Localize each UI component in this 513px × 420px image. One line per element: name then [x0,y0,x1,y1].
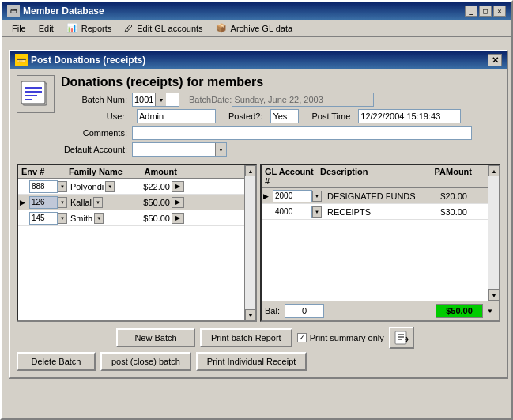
family-cell-3: Smith ▼ [69,213,128,224]
env-cell-1: ▼ [29,180,69,193]
gl-dropdown-1[interactable]: ▼ [312,191,322,202]
button-row-2: Delete Batch post (close) batch Print In… [17,352,500,371]
batch-num-select[interactable]: 1001 ▼ [132,93,179,107]
post-close-batch-button[interactable]: post (close) batch [100,352,191,371]
svg-rect-1 [21,81,45,104]
minimize-button[interactable]: _ [465,6,477,17]
right-scroll-down[interactable]: ▼ [488,289,499,301]
desc-cell-1: DESIGNATED FUNDS [324,191,427,201]
right-scroll-track[interactable] [488,176,499,289]
menu-bar: File Edit 📊 Reports 🖊 Edit GL accounts 📦… [2,20,511,37]
dialog-title-text: Post Donations (receipts) [31,55,145,66]
close-button[interactable]: ✕ [493,6,506,17]
print-batch-report-button[interactable]: Print batch Report [200,328,292,347]
env-input-1[interactable] [29,180,58,193]
balance-row: Bal: $50.00 ▼ [262,301,499,320]
print-individual-receipt-button[interactable]: Print Individual Receipt [196,352,307,371]
delete-batch-button[interactable]: Delete Batch [17,352,96,371]
env-dropdown-2[interactable]: ▼ [58,197,67,208]
right-table-content: GL Account # Description PAMount ▶ ▼ [262,165,488,301]
col-amount-header: Amount [129,167,180,176]
header-icon [17,75,55,113]
export-icon-btn[interactable] [389,327,414,349]
print-summary-label: Print summary only [310,333,384,342]
col-family-header: Family Name [66,167,129,176]
batch-date-field [232,93,374,107]
maximize-button[interactable]: □ [479,6,492,17]
row-pointer-selected: ▶ [18,199,29,206]
right-table-row[interactable]: ▼ RECEIPTS $30.00 [262,204,488,220]
new-batch-button[interactable]: New Batch [116,328,195,347]
balance-dropdown[interactable]: ▼ [485,308,496,315]
right-scroll-up[interactable]: ▲ [488,165,499,176]
batch-num-row: Batch Num: 1001 ▼ BatchDate: [61,93,500,107]
family-cell-2: Kallal ▼ [69,197,128,208]
row-btn-2[interactable]: ▶ [172,197,184,208]
left-scrollbar[interactable]: ▲ ▼ [244,165,255,320]
right-panel: GL Account # Description PAMount ▶ ▼ [260,164,500,322]
scroll-track[interactable] [245,176,255,309]
gl-dropdown-2[interactable]: ▼ [312,206,322,218]
menu-edit-gl[interactable]: 🖊 Edit GL accounts [118,22,209,35]
col-env-header: Env # [18,167,66,176]
env-cell-3: ▼ [29,212,69,225]
comments-label: Comments: [61,128,132,138]
reports-icon: 📊 [66,23,77,33]
row-btn-3[interactable]: ▶ [172,213,184,224]
family-dropdown-3[interactable]: ▼ [94,213,104,224]
family-name-3: Smith [70,214,92,223]
app-icon: 🗃 [7,5,20,17]
batch-num-label: Batch Num: [61,95,132,104]
print-summary-checkbox[interactable]: ✓ [297,333,307,342]
right-table-header: GL Account # Description PAMount [262,165,488,188]
dialog-close-button[interactable]: ✕ [488,54,502,66]
right-table-container: GL Account # Description PAMount ▶ ▼ [262,165,499,301]
env-dropdown-3[interactable]: ▼ [58,213,67,224]
archive-gl-icon: 📦 [216,23,227,33]
scroll-up[interactable]: ▲ [245,165,256,176]
right-table-row[interactable]: ▶ ▼ DESIGNATED FUNDS $20.00 [262,188,488,204]
gl-input-2[interactable] [273,206,312,218]
pamount-cell-2: $30.00 [427,207,470,217]
row-btn-1[interactable]: ▶ [172,181,184,192]
scroll-down[interactable]: ▼ [245,309,256,320]
default-account-arrow[interactable]: ▼ [215,143,226,156]
env-dropdown-1[interactable]: ▼ [58,181,67,192]
post-donations-dialog: 💳 Post Donations (receipts) ✕ [9,50,508,379]
user-label: User: [61,112,132,121]
dialog-icon: 💳 [15,54,28,66]
gl-cell-2: ▼ [273,206,324,218]
posted-label: Posted?: [228,112,262,121]
comments-input[interactable] [132,126,472,140]
family-dropdown-2[interactable]: ▼ [93,197,103,208]
default-account-select[interactable]: ▼ [132,142,227,157]
balance-input[interactable] [285,304,324,318]
col-btn-header [180,167,196,176]
comments-row: Comments: [61,126,500,140]
family-cell-1: Polyondi ▼ [69,181,128,192]
menu-reports[interactable]: 📊 Reports [60,21,119,35]
left-panel: Env # Family Name Amount ▼ [17,164,257,322]
dialog-body: Donations (receipts) for members Batch N… [10,69,507,377]
table-row[interactable]: ▼ Smith ▼ $50.00 ▶ [18,210,244,226]
user-posted-row: User: Posted?: Post Time [61,109,500,123]
family-dropdown-1[interactable]: ▼ [105,181,115,192]
col-desc-header: Description [317,167,428,186]
batch-date-label: BatchDate: [189,95,232,104]
user-input[interactable] [137,109,216,123]
posted-value [270,109,299,123]
env-input-3[interactable] [29,212,58,225]
gl-input-1[interactable] [273,190,312,202]
gl-cell-1: ▼ [273,190,324,202]
right-row-pointer-1: ▶ [262,192,273,200]
menu-edit[interactable]: Edit [32,22,60,35]
menu-archive-gl[interactable]: 📦 Archive GL data [209,21,299,35]
batch-num-dropdown-arrow[interactable]: ▼ [155,93,166,106]
data-panels: Env # Family Name Amount ▼ [17,164,500,322]
table-row[interactable]: ▼ Polyondi ▼ $22.00 ▶ [18,179,244,195]
right-scrollbar[interactable]: ▲ ▼ [488,165,499,301]
menu-file[interactable]: File [6,22,32,35]
amount-cell-2: $50.00 [128,198,172,207]
table-row[interactable]: ▶ ▼ Kallal ▼ $50.00 ▶ [18,195,244,210]
env-input-2[interactable] [29,196,58,209]
